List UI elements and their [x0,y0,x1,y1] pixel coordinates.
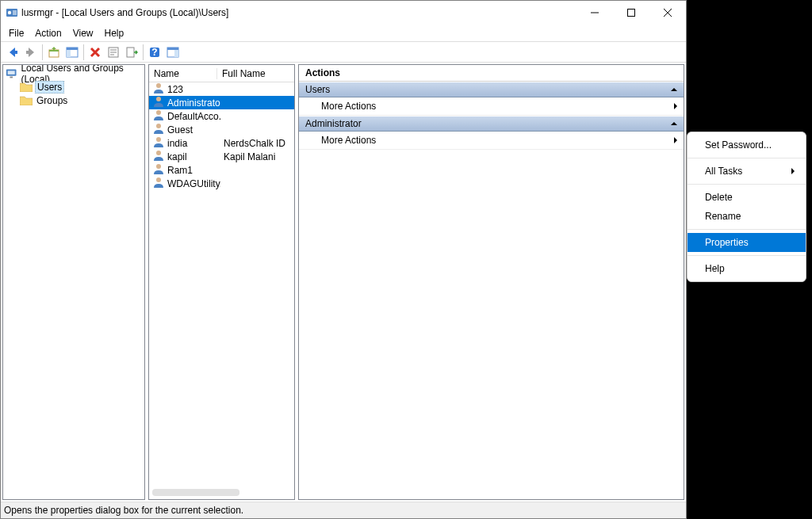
svg-point-23 [156,124,161,128]
menu-file[interactable]: File [9,28,24,39]
up-button[interactable] [45,44,63,61]
actions-pane-button[interactable] [164,44,182,61]
cm-delete-label: Delete [705,192,733,203]
cm-delete[interactable]: Delete [688,188,806,207]
actions-section-users-label: Users [305,84,330,95]
minimize-button[interactable] [576,1,613,25]
client-area: Local Users and Groups (Local) Users Gro… [1,63,686,502]
mmc-window: lusrmgr - [Local Users and Groups (Local… [0,0,687,519]
user-fullname: NerdsChalk ID [220,138,294,149]
back-button[interactable] [4,44,21,61]
user-icon [152,176,165,191]
user-fullname: Kapil Malani [220,151,294,162]
cm-rename-label: Rename [705,211,741,222]
chevron-up-icon [671,88,677,91]
user-name: DefaultAcco... [167,111,220,122]
window-title: lusrmgr - [Local Users and Groups (Local… [21,7,228,18]
svg-point-27 [156,177,161,182]
user-name: WDAGUtility... [167,178,220,189]
svg-rect-11 [127,48,134,57]
actions-admin-more[interactable]: More Actions [299,132,684,150]
chevron-right-icon [674,103,677,109]
svg-rect-4 [26,51,29,54]
cm-set-password[interactable]: Set Password... [688,135,806,155]
user-row[interactable]: DefaultAcco... [149,109,294,123]
tree-groups-label: Groups [35,95,69,106]
svg-point-22 [156,110,161,115]
actions-pane: Actions Users More Actions Administrator… [298,64,684,500]
tree-root[interactable]: Local Users and Groups (Local) [4,67,144,80]
user-row[interactable]: 123 [149,82,294,96]
user-name: Guest [167,124,193,135]
actions-section-admin-label: Administrator [305,118,362,129]
user-row[interactable]: Administrator [149,96,294,109]
svg-rect-8 [67,48,78,50]
list-header: Name Full Name [149,65,294,82]
horizontal-scrollbar[interactable] [152,489,239,496]
close-button[interactable] [649,1,686,25]
statusbar-text: Opens the properties dialog box for the … [4,505,243,516]
titlebar: lusrmgr - [Local Users and Groups (Local… [1,1,686,25]
svg-point-20 [156,83,161,88]
cm-help-label: Help [705,263,725,274]
help-button[interactable]: ? [146,44,163,61]
list-body: 123AdministratorDefaultAcco...Guestindia… [149,82,294,190]
app-icon [6,6,18,19]
svg-rect-2 [628,10,635,17]
svg-rect-16 [174,50,178,57]
cm-separator [688,184,806,185]
svg-text:?: ? [151,47,157,58]
user-name: kapil [167,151,187,162]
svg-rect-18 [8,71,15,74]
svg-rect-9 [67,50,71,57]
user-name: 123 [167,84,183,95]
actions-section-users[interactable]: Users [299,82,684,97]
cm-help[interactable]: Help [688,259,806,278]
maximize-button[interactable] [613,1,649,25]
svg-point-1 [8,11,11,14]
export-button[interactable] [123,44,140,61]
user-name: india [167,138,187,149]
cm-set-password-label: Set Password... [705,139,772,151]
user-row[interactable]: indiaNerdsChalk ID [149,136,294,150]
cm-all-tasks[interactable]: All Tasks [688,162,806,181]
user-row[interactable]: Ram1 [149,163,294,177]
tree-users-label: Users [35,81,64,93]
cm-properties-label: Properties [705,237,749,248]
menubar: File Action View Help [1,25,686,42]
actions-header: Actions [299,65,684,82]
user-row[interactable]: WDAGUtility... [149,177,294,190]
chevron-right-icon [791,168,795,174]
user-row[interactable]: Guest [149,123,294,136]
svg-rect-19 [10,76,13,78]
delete-button[interactable] [86,44,104,61]
menu-help[interactable]: Help [105,28,124,39]
actions-section-admin[interactable]: Administrator [299,116,684,132]
svg-point-21 [156,97,161,101]
cm-separator [688,255,806,256]
user-row[interactable]: kapilKapil Malani [149,150,294,163]
svg-rect-3 [14,51,17,54]
col-name[interactable]: Name [149,68,217,79]
chevron-right-icon [674,137,677,143]
forward-button[interactable] [22,44,40,61]
svg-point-26 [156,164,161,169]
actions-users-more[interactable]: More Actions [299,97,684,116]
cm-all-tasks-label: All Tasks [705,166,742,177]
show-hide-tree-button[interactable] [63,44,81,61]
chevron-up-icon [671,122,677,125]
user-name: Administrator [167,97,220,109]
context-menu: Set Password... All Tasks Delete Rename … [687,132,806,282]
col-fullname[interactable]: Full Name [217,68,294,79]
menu-action[interactable]: Action [35,28,61,39]
statusbar: Opens the properties dialog box for the … [1,502,686,518]
cm-properties[interactable]: Properties [688,233,806,252]
menu-view[interactable]: View [73,28,94,39]
svg-point-24 [156,137,161,142]
actions-admin-more-label: More Actions [321,135,376,146]
cm-rename[interactable]: Rename [688,207,806,226]
user-name: Ram1 [167,165,193,176]
properties-button[interactable] [105,44,122,61]
tree-groups[interactable]: Groups [4,93,144,107]
actions-users-more-label: More Actions [321,101,376,112]
